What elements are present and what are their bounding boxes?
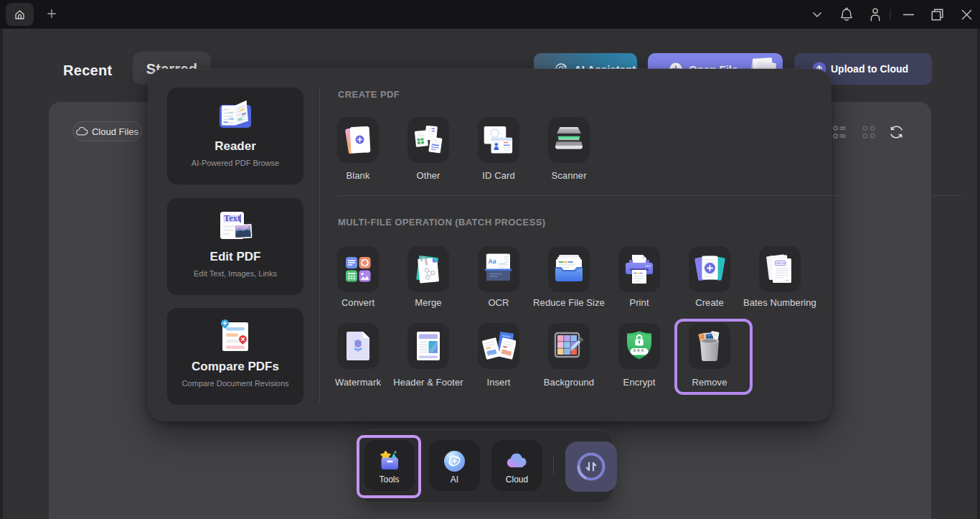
svg-text:000123: 000123 [776, 261, 786, 265]
svg-text:***: *** [633, 347, 644, 356]
svg-text:Aa: Aa [489, 258, 496, 265]
svg-text:Text: Text [224, 213, 241, 223]
